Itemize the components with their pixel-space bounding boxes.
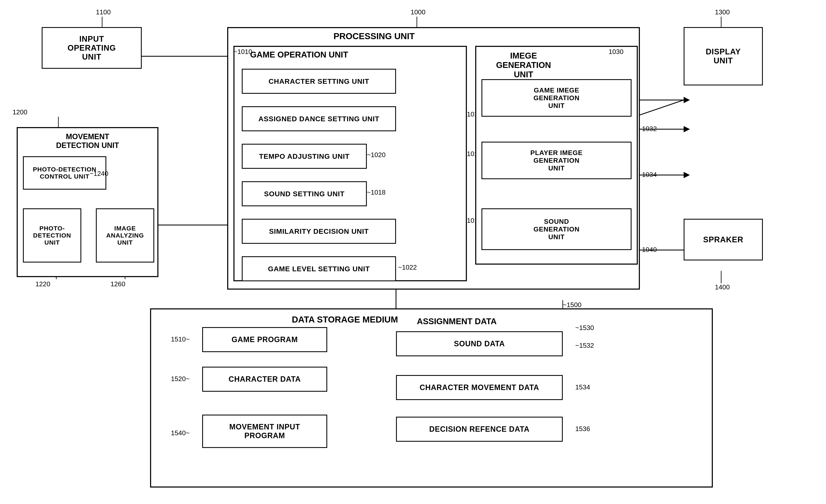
- game-operation-unit-label: GAME OPERATION UNIT: [250, 50, 348, 59]
- assignment-data-label: ASSIGNMENT DATA: [417, 317, 497, 326]
- game-program-label: GAME PROGRAM: [232, 335, 298, 344]
- character-movement-data-label: CHARACTER MOVEMENT DATA: [420, 383, 539, 392]
- character-setting-label: CHARACTER SETTING UNIT: [269, 77, 369, 85]
- ref-1534: 1534: [575, 383, 590, 391]
- ref-1010: ~1010: [233, 48, 252, 56]
- character-setting-box: CHARACTER SETTING UNIT: [242, 69, 396, 94]
- character-data-label: CHARACTER DATA: [229, 375, 301, 384]
- ref-1020: ~1020: [367, 151, 386, 159]
- decision-refence-data-box: DECISION REFENCE DATA: [396, 417, 563, 442]
- sound-data-label: SOUND DATA: [454, 339, 505, 348]
- game-image-gen-label: GAME IMEGE GENERATION UNIT: [534, 86, 580, 110]
- ref-1018: ~1018: [367, 189, 386, 196]
- sound-generation-box: SOUND GENERATION UNIT: [481, 208, 632, 250]
- photo-detection-label: PHOTO- DETECTION UNIT: [33, 225, 71, 246]
- tempo-adjusting-label: TEMPO ADJUSTING UNIT: [259, 152, 350, 161]
- diagram: 1100 INPUT OPERATING UNIT 1200 MOVEMENT …: [0, 0, 826, 504]
- input-operating-unit-label: INPUT OPERATING UNIT: [67, 35, 116, 61]
- ref-1022: ~1022: [398, 264, 417, 271]
- ref-1260: 1260: [111, 280, 125, 288]
- movement-detection-label: MOVEMENT DETECTION UNIT: [56, 132, 119, 150]
- photo-detection-box: PHOTO- DETECTION UNIT: [23, 208, 81, 262]
- ref-1300: 1300: [715, 8, 730, 16]
- ref-1220: 1220: [36, 280, 50, 288]
- ref-1200: 1200: [12, 108, 27, 116]
- movement-input-program-box: MOVEMENT INPUT PROGRAM: [202, 415, 327, 448]
- assigned-dance-label: ASSIGNED DANCE SETTING UNIT: [258, 115, 379, 123]
- ref-1100: 1100: [96, 8, 111, 16]
- ref-1000: 1000: [411, 8, 425, 16]
- similarity-decision-label: SIMILARITY DECISION UNIT: [269, 227, 369, 236]
- ref-1520: 1520~: [171, 375, 190, 383]
- ref-1040: 1040: [642, 246, 657, 254]
- spraker-label: SPRAKER: [703, 235, 744, 244]
- game-image-generation-box: GAME IMEGE GENERATION UNIT: [481, 79, 632, 117]
- image-generation-label: IMEGE GENERATION UNIT: [496, 51, 551, 79]
- ref-1530: ~1530: [575, 324, 594, 332]
- svg-marker-22: [684, 172, 690, 178]
- ref-1536: 1536: [575, 425, 590, 433]
- spraker-box: SPRAKER: [684, 219, 763, 260]
- ref-1030: 1030: [609, 48, 624, 56]
- sound-gen-label: SOUND GENERATION UNIT: [534, 218, 580, 241]
- display-unit-box: DISPLAY UNIT: [684, 27, 763, 85]
- game-program-box: GAME PROGRAM: [202, 327, 327, 352]
- ref-1034: 1034: [642, 171, 657, 179]
- sound-data-box: SOUND DATA: [396, 331, 563, 356]
- image-analyzing-box: IMAGE ANALYZING UNIT: [96, 208, 154, 262]
- assigned-dance-setting-box: ASSIGNED DANCE SETTING UNIT: [242, 106, 396, 131]
- svg-marker-20: [684, 126, 690, 132]
- tempo-adjusting-box: TEMPO ADJUSTING UNIT: [242, 144, 367, 169]
- ref-1540: 1540~: [171, 429, 190, 437]
- ref-1532: ~1532: [575, 342, 594, 350]
- sound-setting-box: SOUND SETTING UNIT: [242, 181, 367, 206]
- data-storage-label: DATA STORAGE MEDIUM: [292, 315, 398, 325]
- ref-1500: ~1500: [563, 301, 582, 309]
- image-analyzing-label: IMAGE ANALYZING UNIT: [106, 225, 144, 246]
- ref-1032: 1032: [642, 125, 657, 133]
- input-operating-unit-box: INPUT OPERATING UNIT: [42, 27, 142, 69]
- player-image-generation-box: PLAYER IMEGE GENERATION UNIT: [481, 142, 632, 179]
- ref-1510: 1510~: [171, 335, 190, 343]
- svg-marker-14: [684, 97, 690, 103]
- similarity-decision-box: SIMILARITY DECISION UNIT: [242, 219, 396, 244]
- ref-1240: ~1240: [90, 170, 108, 178]
- game-level-setting-box: GAME LEVEL SETTING UNIT: [242, 256, 396, 281]
- character-movement-data-box: CHARACTER MOVEMENT DATA: [396, 375, 563, 400]
- ref-1400: 1400: [715, 284, 730, 291]
- processing-unit-label: PROCESSING UNIT: [334, 31, 415, 41]
- character-data-box: CHARACTER DATA: [202, 367, 327, 392]
- movement-input-label: MOVEMENT INPUT PROGRAM: [229, 423, 300, 440]
- decision-refence-data-label: DECISION REFENCE DATA: [429, 425, 530, 434]
- photo-detection-control-label: PHOTO-DETECTION CONTROL UNIT: [33, 166, 96, 180]
- sound-setting-label: SOUND SETTING UNIT: [264, 190, 345, 198]
- game-level-setting-label: GAME LEVEL SETTING UNIT: [268, 265, 370, 273]
- display-unit-label: DISPLAY UNIT: [706, 47, 741, 65]
- player-image-gen-label: PLAYER IMEGE GENERATION UNIT: [530, 149, 583, 172]
